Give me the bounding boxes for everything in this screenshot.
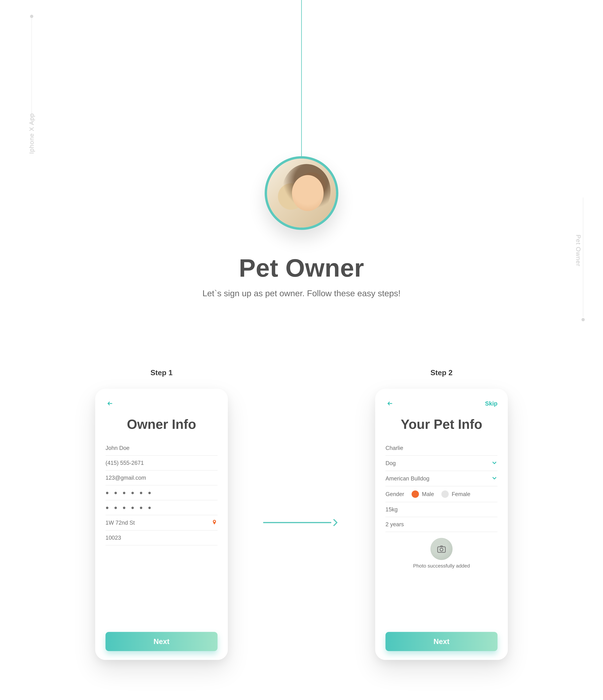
location-pin-icon[interactable] xyxy=(211,519,218,526)
radio-icon xyxy=(411,491,419,498)
age-field[interactable]: 2 years xyxy=(385,517,498,532)
page-subtitle: Let`s sign up as pet owner. Follow these… xyxy=(202,288,401,298)
headline: Pet Owner Let`s sign up as pet owner. Fo… xyxy=(202,253,401,298)
gender-female-label: Female xyxy=(452,491,470,497)
photo-upload-block: Photo successfully added xyxy=(385,538,498,569)
step-1-column: Step 1 Owner Info John Doe (415) 555-267… xyxy=(80,369,243,660)
left-rail: Iphone X App xyxy=(29,15,34,137)
steps-row: Step 1 Owner Info John Doe (415) 555-267… xyxy=(80,369,523,660)
next-button[interactable]: Next xyxy=(105,632,218,651)
photo-status-text: Photo successfully added xyxy=(413,563,470,569)
gender-male-radio[interactable]: Male xyxy=(411,491,434,498)
petname-field[interactable]: Charlie xyxy=(385,441,498,456)
skip-button[interactable]: Skip xyxy=(485,400,498,407)
screen-title: Owner Info xyxy=(105,417,218,432)
right-rail: Pet Owner xyxy=(581,198,585,321)
zip-field[interactable]: 10023 xyxy=(105,530,218,545)
back-button[interactable] xyxy=(105,401,115,406)
next-button-label: Next xyxy=(433,637,449,646)
right-rail-label: Pet Owner xyxy=(575,234,582,267)
password-field[interactable]: ● ● ● ● ● ● xyxy=(105,485,218,500)
step-2-label: Step 2 xyxy=(430,369,453,377)
flow-arrow xyxy=(263,522,340,523)
petname-value: Charlie xyxy=(385,445,403,451)
phone-topbar xyxy=(105,399,218,408)
breed-select[interactable]: American Bulldog xyxy=(385,471,498,486)
arrow-left-icon xyxy=(105,401,115,406)
rail-dot xyxy=(581,318,585,321)
phone-step-1: Owner Info John Doe (415) 555-2671 123@g… xyxy=(95,389,228,660)
weight-value: 15kg xyxy=(385,506,398,513)
top-divider-line xyxy=(301,0,302,156)
chevron-down-icon xyxy=(491,475,498,482)
page-title: Pet Owner xyxy=(202,253,401,282)
name-field[interactable]: John Doe xyxy=(105,441,218,456)
step-1-label: Step 1 xyxy=(150,369,173,377)
species-value: Dog xyxy=(385,460,396,467)
left-rail-label: Iphone X App xyxy=(28,113,35,154)
zip-value: 10023 xyxy=(105,535,121,541)
gender-label: Gender xyxy=(385,491,404,497)
camera-icon xyxy=(436,544,447,554)
password-confirm-field[interactable]: ● ● ● ● ● ● xyxy=(105,500,218,515)
password-value: ● ● ● ● ● ● xyxy=(105,490,153,496)
avatar-image-face xyxy=(292,175,324,211)
screen-title: Your Pet Info xyxy=(385,417,498,432)
phone-value: (415) 555-2671 xyxy=(105,460,144,466)
phone-topbar: Skip xyxy=(385,399,498,408)
radio-icon xyxy=(441,491,449,498)
breed-value: American Bulldog xyxy=(385,475,429,482)
arrow-right-icon xyxy=(331,518,340,527)
next-button[interactable]: Next xyxy=(385,632,498,651)
email-value: 123@gmail.com xyxy=(105,475,146,481)
password-confirm-value: ● ● ● ● ● ● xyxy=(105,504,153,511)
phone-step-2: Skip Your Pet Info Charlie Dog American … xyxy=(375,389,508,660)
rail-line xyxy=(31,18,32,124)
avatar xyxy=(265,156,338,230)
rail-dot xyxy=(30,15,33,18)
address-field[interactable]: 1W 72nd St xyxy=(105,515,218,530)
photo-thumbnail[interactable] xyxy=(430,538,453,560)
email-field[interactable]: 123@gmail.com xyxy=(105,471,218,485)
address-value: 1W 72nd St xyxy=(105,520,135,526)
age-value: 2 years xyxy=(385,521,404,528)
name-value: John Doe xyxy=(105,445,129,451)
rail-line xyxy=(583,198,583,317)
gender-male-label: Male xyxy=(422,491,434,497)
svg-rect-2 xyxy=(438,547,446,552)
gender-female-radio[interactable]: Female xyxy=(441,491,470,498)
step-2-column: Step 2 Skip Your Pet Info Charlie Dog Am… xyxy=(360,369,523,660)
svg-point-3 xyxy=(440,548,443,551)
next-button-label: Next xyxy=(154,637,170,646)
phone-field[interactable]: (415) 555-2671 xyxy=(105,456,218,471)
back-button[interactable] xyxy=(385,401,394,406)
arrow-line xyxy=(263,522,331,523)
gender-field: Gender Male Female xyxy=(385,486,498,502)
species-select[interactable]: Dog xyxy=(385,456,498,471)
arrow-left-icon xyxy=(385,401,394,406)
weight-field[interactable]: 15kg xyxy=(385,502,498,517)
chevron-down-icon xyxy=(491,460,498,467)
